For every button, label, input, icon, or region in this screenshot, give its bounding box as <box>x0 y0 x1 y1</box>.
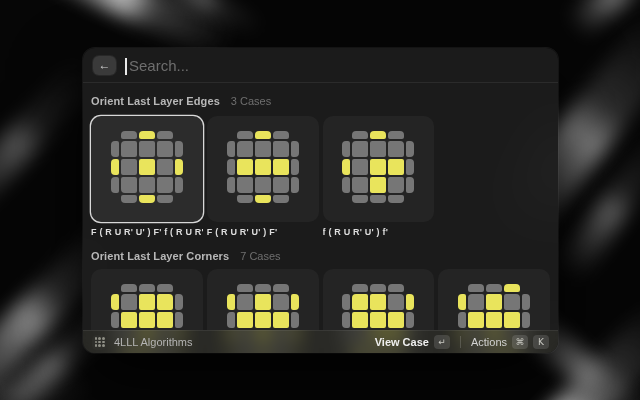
command-palette-window: ← Orient Last Layer Edges3 CasesF ( R U … <box>83 48 558 353</box>
case: F ( R U R' U' ) F' <box>207 116 319 238</box>
back-button[interactable]: ← <box>93 56 116 75</box>
cube-sticker <box>227 312 235 328</box>
cube-sticker <box>121 177 137 193</box>
cube-sticker <box>388 312 404 328</box>
cube-sticker <box>139 141 155 157</box>
cube-sticker <box>111 159 119 175</box>
cube-sticker <box>458 294 466 310</box>
cube-sticker <box>139 159 155 175</box>
cube-sticker <box>370 131 386 139</box>
cube-sticker <box>175 177 183 193</box>
cube-sticker <box>388 195 404 203</box>
cube-gap <box>111 284 119 292</box>
cube-sticker <box>486 294 502 310</box>
cube-sticker <box>111 141 119 157</box>
cube-sticker <box>352 284 368 292</box>
back-arrow-icon: ← <box>99 58 111 72</box>
cube-sticker <box>175 141 183 157</box>
search-bar: ← <box>83 48 558 83</box>
cube-sticker <box>504 312 520 328</box>
case: f ( R U R' U' ) f' <box>323 116 435 238</box>
app-name: 4LLL Algorithms <box>114 336 192 348</box>
cube-sticker <box>157 131 173 139</box>
case-caption: F ( R U R' U' ) F' <box>207 227 319 238</box>
search-input[interactable] <box>125 57 548 74</box>
cube-gap <box>458 284 466 292</box>
cube-sticker <box>227 141 235 157</box>
cube-sticker <box>237 284 253 292</box>
case-card[interactable] <box>323 116 435 222</box>
case-card[interactable] <box>91 116 203 222</box>
cube-gap <box>342 284 350 292</box>
cube-sticker <box>255 312 271 328</box>
cube-sticker <box>352 312 368 328</box>
cube-sticker <box>388 141 404 157</box>
cube-gap <box>291 195 299 203</box>
cube-sticker <box>522 312 530 328</box>
cube-diagram <box>342 131 414 203</box>
cube-sticker <box>227 294 235 310</box>
footer-divider <box>460 336 461 348</box>
cube-sticker <box>468 284 484 292</box>
cube-sticker <box>522 294 530 310</box>
cube-gap <box>227 284 235 292</box>
cube-sticker <box>237 177 253 193</box>
cube-sticker <box>370 159 386 175</box>
cube-sticker <box>255 195 271 203</box>
cube-sticker <box>273 284 289 292</box>
cube-sticker <box>139 312 155 328</box>
cube-sticker <box>342 312 350 328</box>
k-key-icon: K <box>533 335 549 349</box>
cube-sticker <box>121 159 137 175</box>
cube-sticker <box>291 141 299 157</box>
cube-sticker <box>139 294 155 310</box>
cube-sticker <box>139 131 155 139</box>
case: F ( R U R' U' ) F' f ( R U R' U… <box>91 116 203 238</box>
cube-gap <box>406 284 414 292</box>
cube-sticker <box>370 294 386 310</box>
cube-gap <box>227 131 235 139</box>
cube-sticker <box>352 141 368 157</box>
cube-sticker <box>237 195 253 203</box>
cube-sticker <box>486 284 502 292</box>
cube-diagram <box>227 131 299 203</box>
cube-sticker <box>157 195 173 203</box>
cube-sticker <box>291 312 299 328</box>
cube-sticker <box>352 177 368 193</box>
cube-sticker <box>406 312 414 328</box>
cube-sticker <box>175 159 183 175</box>
cube-gap <box>227 195 235 203</box>
cube-gap <box>342 195 350 203</box>
section: Orient Last Layer Edges3 CasesF ( R U R'… <box>91 95 550 238</box>
cube-sticker <box>157 284 173 292</box>
cube-gap <box>342 131 350 139</box>
case-caption: F ( R U R' U' ) F' f ( R U R' U… <box>91 227 203 238</box>
cube-sticker <box>121 294 137 310</box>
cube-sticker <box>342 294 350 310</box>
cube-sticker <box>388 131 404 139</box>
view-case-button[interactable]: View Case ↵ <box>375 335 450 349</box>
cube-sticker <box>157 177 173 193</box>
section-case-count: 3 Cases <box>231 95 271 107</box>
cube-sticker <box>370 312 386 328</box>
cube-sticker <box>111 312 119 328</box>
cube-sticker <box>139 177 155 193</box>
cube-sticker <box>370 195 386 203</box>
cube-sticker <box>468 294 484 310</box>
cube-sticker <box>255 294 271 310</box>
cube-sticker <box>175 312 183 328</box>
cube-sticker <box>121 312 137 328</box>
section-title: Orient Last Layer Edges <box>91 95 220 107</box>
cube-sticker <box>291 177 299 193</box>
cube-gap <box>175 131 183 139</box>
cube-gap <box>175 195 183 203</box>
case-card[interactable] <box>207 116 319 222</box>
cube-sticker <box>406 177 414 193</box>
cube-sticker <box>121 284 137 292</box>
cube-sticker <box>255 177 271 193</box>
cube-sticker <box>273 159 289 175</box>
cube-sticker <box>157 159 173 175</box>
cube-gap <box>406 131 414 139</box>
cube-sticker <box>388 284 404 292</box>
actions-button[interactable]: Actions ⌘ K <box>471 335 549 349</box>
